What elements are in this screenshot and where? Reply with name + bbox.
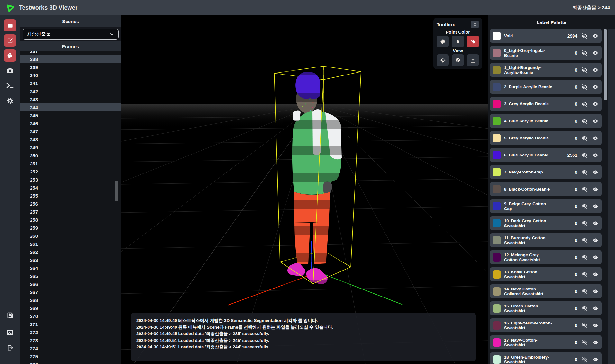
eye-icon[interactable] — [592, 254, 599, 261]
frame-row[interactable]: 243 — [20, 95, 121, 103]
frame-row[interactable]: 260 — [20, 232, 121, 240]
label-row[interactable]: 17_Navy-Cotton-Sweatshirt0 — [490, 335, 602, 349]
save-button[interactable] — [4, 310, 16, 320]
frame-row[interactable]: 274 — [20, 344, 121, 352]
eye-off-icon[interactable] — [581, 322, 588, 329]
frame-row[interactable]: 249 — [20, 144, 121, 152]
eye-icon[interactable] — [592, 186, 599, 192]
color-intensity-button[interactable] — [452, 36, 464, 47]
frame-row[interactable]: 252 — [20, 168, 121, 176]
scene-select[interactable]: 최종산출물 — [23, 29, 119, 40]
frame-row[interactable]: 268 — [20, 296, 121, 304]
frame-row[interactable]: 275 — [20, 352, 121, 360]
frame-row[interactable]: 245 — [20, 111, 121, 120]
eye-icon[interactable] — [592, 50, 599, 56]
label-row[interactable]: 3_Grey-Acrylic-Beanie0 — [490, 97, 602, 111]
logout-button[interactable] — [4, 343, 16, 352]
label-row[interactable]: 14_Navy-Cotton-Collared-Sweatshirt0 — [490, 284, 602, 298]
label-row[interactable]: 12_Melange-Grey-Cotton-Sweatshirt0 — [490, 250, 602, 264]
color-label-button[interactable] — [467, 36, 479, 47]
eye-off-icon[interactable] — [581, 305, 588, 312]
eye-off-icon[interactable] — [581, 33, 588, 39]
frame-row[interactable]: 265 — [20, 272, 121, 280]
label-row[interactable]: 16_Light-Yellow-Cotton-Sweatshirt0 — [490, 318, 602, 332]
frame-row[interactable]: 255 — [20, 192, 121, 200]
eye-off-icon[interactable] — [581, 237, 588, 244]
eye-off-icon[interactable] — [581, 152, 588, 158]
label-row[interactable]: 9_Beige-Grey-Cotton-Cap0 — [490, 199, 602, 213]
eye-icon[interactable] — [592, 203, 599, 209]
eye-off-icon[interactable] — [581, 339, 588, 346]
palette-button[interactable] — [4, 49, 16, 62]
eye-icon[interactable] — [592, 288, 599, 295]
eye-off-icon[interactable] — [581, 101, 588, 107]
frame-row[interactable]: 273 — [20, 336, 121, 344]
label-row[interactable]: 13_Khaki-Cotton-Sweatshirt0 — [490, 267, 602, 281]
eye-icon[interactable] — [592, 67, 599, 73]
frame-row[interactable]: 257 — [20, 208, 121, 216]
frame-row[interactable]: 248 — [20, 136, 121, 144]
frame-row[interactable]: 238 — [20, 55, 121, 63]
frame-row[interactable]: 270 — [20, 312, 121, 320]
frame-row[interactable]: 254 — [20, 184, 121, 192]
frame-row[interactable]: 251 — [20, 160, 121, 168]
label-row[interactable]: 1_Light-Burgundy-Acrylic-Beanie0 — [490, 63, 602, 77]
eye-icon[interactable] — [592, 322, 599, 329]
frames-scrollbar-thumb[interactable] — [115, 181, 118, 201]
color-palette-button[interactable] — [437, 36, 449, 47]
eye-icon[interactable] — [592, 169, 599, 175]
label-row[interactable]: 2_Purple-Acrylic-Beanie0 — [490, 80, 602, 94]
eye-off-icon[interactable] — [581, 169, 588, 175]
eye-off-icon[interactable] — [581, 254, 588, 261]
view-locate-button[interactable] — [437, 54, 449, 66]
label-row[interactable]: 15_Green-Cotton-Sweatshirt0 — [490, 301, 602, 315]
frame-row[interactable]: 264 — [20, 264, 121, 272]
settings-button[interactable] — [4, 96, 16, 105]
label-row[interactable]: 5_Grey-Acrylic-Beanie0 — [490, 131, 602, 145]
frame-row[interactable]: 237 — [20, 51, 121, 55]
frame-row[interactable]: 247 — [20, 128, 121, 136]
label-row[interactable]: 0_Light-Grey-Ingola-Beanie0 — [490, 46, 602, 60]
view-download-button[interactable] — [467, 54, 479, 66]
frames-list[interactable]: 2372382392402412422432442452462472482492… — [20, 51, 121, 364]
eye-off-icon[interactable] — [581, 288, 588, 295]
frame-row[interactable]: 259 — [20, 224, 121, 232]
eye-icon[interactable] — [592, 356, 599, 363]
frame-row[interactable]: 258 — [20, 216, 121, 224]
eye-icon[interactable] — [592, 152, 599, 158]
frame-row[interactable]: 244 — [20, 103, 121, 111]
frame-row[interactable]: 246 — [20, 120, 121, 128]
label-palette-scrollbar-thumb[interactable] — [604, 29, 607, 100]
camera-button[interactable] — [4, 66, 16, 75]
terminal-button[interactable] — [4, 81, 16, 90]
frame-row[interactable]: 256 — [20, 200, 121, 208]
eye-icon[interactable] — [592, 84, 599, 90]
frame-row[interactable]: 276 — [20, 360, 121, 364]
eye-off-icon[interactable] — [581, 50, 588, 56]
eye-icon[interactable] — [592, 339, 599, 346]
edit-button[interactable] — [4, 34, 16, 47]
view-cube-button[interactable] — [452, 54, 464, 66]
label-row[interactable]: 11_Burgundy-Cotton-Sweatshirt0 — [490, 233, 602, 247]
eye-icon[interactable] — [592, 101, 599, 107]
eye-icon[interactable] — [592, 33, 599, 39]
eye-off-icon[interactable] — [581, 67, 588, 73]
folder-button[interactable] — [4, 19, 16, 31]
eye-icon[interactable] — [592, 237, 599, 244]
label-row[interactable]: 7_Navy-Cotton-Cap0 — [490, 165, 602, 179]
eye-icon[interactable] — [592, 118, 599, 124]
label-row[interactable]: Void2994 — [490, 29, 602, 43]
frame-row[interactable]: 242 — [20, 87, 121, 95]
frame-row[interactable]: 271 — [20, 320, 121, 328]
frame-row[interactable]: 250 — [20, 152, 121, 160]
frame-row[interactable]: 272 — [20, 328, 121, 336]
frame-row[interactable]: 267 — [20, 288, 121, 296]
eye-off-icon[interactable] — [581, 84, 588, 90]
eye-off-icon[interactable] — [581, 203, 588, 209]
frame-row[interactable]: 261 — [20, 240, 121, 248]
viewport-3d[interactable]: Toolbox Point Color — [121, 15, 488, 364]
frame-row[interactable]: 263 — [20, 256, 121, 264]
frame-row[interactable]: 241 — [20, 79, 121, 87]
frame-row[interactable]: 240 — [20, 71, 121, 79]
frame-row[interactable]: 269 — [20, 304, 121, 312]
